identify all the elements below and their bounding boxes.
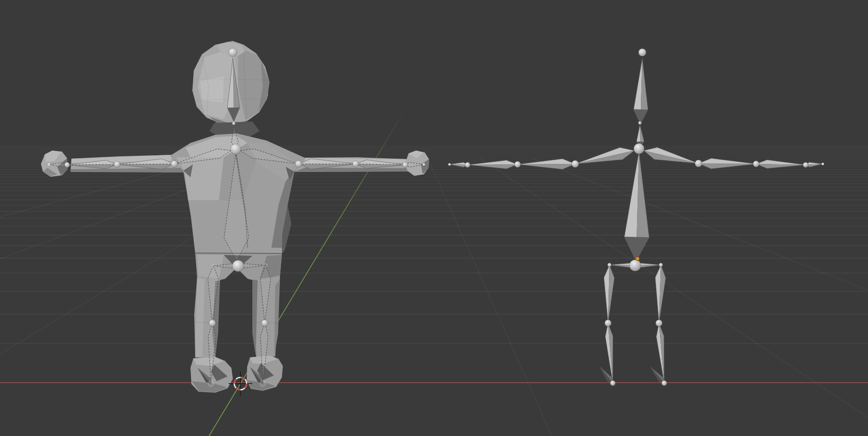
- joint-head-tip[interactable]: [229, 48, 237, 57]
- joint-elbow-l[interactable]: [515, 162, 521, 168]
- bone-upper-arm-l[interactable]: [518, 159, 575, 169]
- character-armature-overlay[interactable]: [48, 48, 425, 386]
- joint-neck-base[interactable]: [639, 122, 642, 125]
- object-origin-dot: [636, 257, 639, 261]
- joint-knee-l[interactable]: [209, 320, 216, 326]
- joint-neck-base[interactable]: [232, 122, 236, 125]
- joint-ankle-r[interactable]: [662, 381, 667, 386]
- grid-radial-line: [479, 158, 868, 436]
- joint-elbow-r[interactable]: [753, 161, 759, 167]
- joint-knee-r[interactable]: [656, 320, 662, 326]
- joint-elbow-l[interactable]: [114, 162, 120, 168]
- grid-radial-line: [0, 158, 220, 436]
- joint-ankle-r[interactable]: [260, 381, 266, 386]
- joint-thigh-top-r[interactable]: [659, 263, 663, 267]
- grid-radial-line: [428, 158, 559, 436]
- bone-facet-dark: [468, 164, 518, 169]
- joint-knee-l[interactable]: [605, 320, 611, 326]
- joint-shoulder-l[interactable]: [572, 161, 579, 168]
- armature-object[interactable]: [449, 49, 824, 386]
- joint-ankle-l[interactable]: [610, 381, 616, 386]
- joint-hip[interactable]: [232, 260, 244, 272]
- joint-hand-tip-l[interactable]: [48, 163, 50, 166]
- joint-thigh-top-l[interactable]: [212, 264, 215, 268]
- bone-facet-dark: [698, 163, 756, 169]
- joint-shoulder-r[interactable]: [695, 160, 702, 167]
- joint-wrist-r[interactable]: [803, 162, 808, 168]
- joint-wrist-l[interactable]: [65, 162, 70, 168]
- joint-hand-tip-r[interactable]: [423, 163, 425, 166]
- bone-facet-light: [468, 160, 518, 165]
- bone-spine[interactable]: [624, 152, 649, 261]
- floor-grid: [0, 146, 868, 436]
- joint-elbow-r[interactable]: [353, 161, 359, 167]
- bone-facet-dark: [518, 164, 575, 169]
- joint-wrist-l[interactable]: [465, 162, 470, 168]
- joint-head-tip[interactable]: [639, 49, 646, 56]
- joint-thigh-top-r[interactable]: [264, 264, 268, 267]
- joint-hand-tip-r[interactable]: [822, 163, 824, 165]
- joint-chest[interactable]: [230, 144, 241, 154]
- bone-facet-light: [698, 158, 756, 164]
- joint-shoulder-r[interactable]: [295, 161, 302, 167]
- joint-wrist-r[interactable]: [403, 162, 408, 168]
- bone-head[interactable]: [634, 58, 648, 124]
- joint-thigh-top-l[interactable]: [608, 263, 611, 267]
- bone-neck[interactable]: [637, 125, 644, 146]
- joint-knee-r[interactable]: [261, 320, 268, 326]
- joint-hand-tip-l[interactable]: [449, 163, 451, 166]
- joint-chest[interactable]: [634, 143, 644, 154]
- joint-ankle-l[interactable]: [208, 381, 214, 386]
- joint-hip[interactable]: [629, 260, 641, 271]
- blender-3d-viewport[interactable]: [0, 0, 868, 436]
- grid-radial-line: [531, 158, 868, 436]
- joint-shoulder-l[interactable]: [171, 161, 178, 167]
